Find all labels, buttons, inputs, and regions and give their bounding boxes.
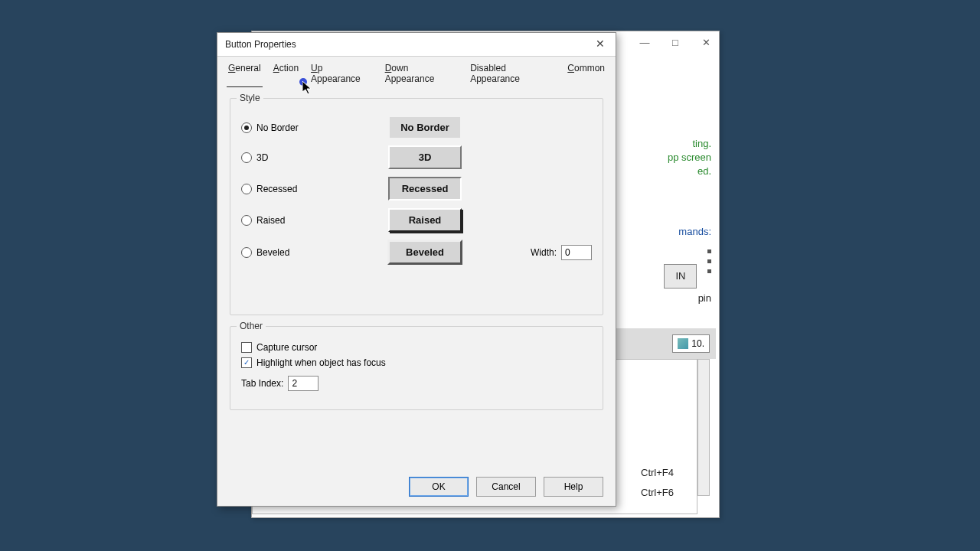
tab-common[interactable]: Common xyxy=(566,61,606,87)
other-group: Other Capture cursor ✓ Highlight when ob… xyxy=(230,326,603,410)
radio-label: Raised xyxy=(256,215,285,226)
style-legend: Style xyxy=(237,93,263,103)
radio-3d[interactable] xyxy=(241,152,252,163)
login-button[interactable]: IN xyxy=(664,264,697,289)
tab-down-appearance[interactable]: Down Appearance xyxy=(384,61,460,87)
help-button[interactable]: Help xyxy=(544,477,603,497)
minimize-button[interactable]: — xyxy=(635,34,655,50)
radio-label: Recessed xyxy=(256,184,297,194)
checkbox-label: Capture cursor xyxy=(256,342,317,353)
radio-no-border[interactable] xyxy=(241,122,252,133)
other-legend: Other xyxy=(237,321,266,331)
button-properties-dialog: Button Properties ✕ General Action Up Ap… xyxy=(217,32,616,507)
maximize-button[interactable]: □ xyxy=(665,34,685,50)
tab-disabled-appearance[interactable]: Disabled Appearance xyxy=(469,61,557,87)
tabindex-input[interactable] xyxy=(288,376,318,391)
preview-3d: 3D xyxy=(388,145,462,169)
preview-no-border: No Border xyxy=(390,117,460,138)
ok-button[interactable]: OK xyxy=(409,477,469,497)
preview-beveled: Beveled xyxy=(387,240,462,265)
checkbox-highlight-focus[interactable]: ✓ xyxy=(241,357,252,368)
tab-action[interactable]: Action xyxy=(272,61,300,87)
radio-label: 3D xyxy=(256,152,268,163)
parent-tab[interactable]: 10. xyxy=(672,334,710,353)
checkbox-label: Highlight when object has focus xyxy=(256,357,386,368)
checkbox-capture-cursor[interactable] xyxy=(241,342,252,353)
scrollbar[interactable] xyxy=(697,359,710,496)
tab-up-appearance[interactable]: Up Appearance xyxy=(309,61,374,87)
tab-general[interactable]: General xyxy=(227,61,263,87)
shortcut-label: Ctrl+F6 xyxy=(641,483,674,503)
preview-recessed: Recessed xyxy=(388,177,462,201)
width-input[interactable] xyxy=(561,245,592,260)
radio-beveled[interactable] xyxy=(241,247,252,258)
radio-label: Beveled xyxy=(256,247,289,258)
preview-raised: Raised xyxy=(388,208,462,232)
parent-tab-label: 10. xyxy=(691,338,704,349)
image-icon xyxy=(678,338,688,349)
dialog-titlebar[interactable]: Button Properties ✕ xyxy=(217,33,616,57)
dialog-tabs: General Action Up Appearance Down Appear… xyxy=(217,57,616,87)
cancel-button[interactable]: Cancel xyxy=(476,477,536,497)
dialog-title: Button Properties xyxy=(225,39,296,50)
radio-raised[interactable] xyxy=(241,215,252,226)
dialog-button-row: OK Cancel Help xyxy=(409,477,603,497)
selection-handles xyxy=(707,243,711,279)
radio-label: No Border xyxy=(256,122,299,133)
width-label: Width: xyxy=(531,247,557,258)
dialog-content: Style No Border No Border 3D 3D Recess xyxy=(217,87,616,425)
close-button[interactable]: ✕ xyxy=(696,34,716,50)
radio-recessed[interactable] xyxy=(241,184,252,194)
shortcut-label: Ctrl+F4 xyxy=(641,463,674,483)
tabindex-label: Tab Index: xyxy=(241,378,283,389)
style-group: Style No Border No Border 3D 3D Recess xyxy=(230,98,603,315)
parent-shortcuts: Ctrl+F4 Ctrl+F6 xyxy=(641,463,674,503)
close-icon[interactable]: ✕ xyxy=(590,36,611,51)
